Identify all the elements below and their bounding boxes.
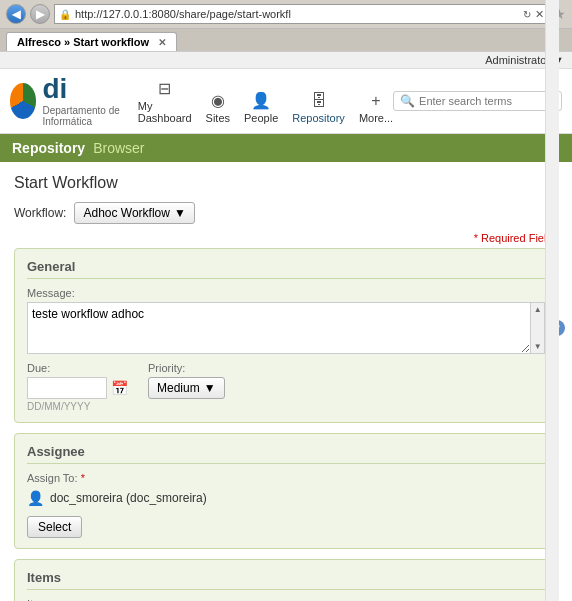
browser-header-text: Browser — [93, 140, 144, 156]
workflow-value: Adhoc Workflow — [83, 206, 169, 220]
repository-icon: 🗄 — [311, 92, 327, 110]
dept-name: Departamento de Informática — [42, 105, 137, 127]
workflow-select[interactable]: Adhoc Workflow ▼ — [74, 202, 194, 224]
section-header: Repository Browser — [0, 134, 572, 162]
repository-header-text: Repository — [12, 140, 85, 156]
active-tab[interactable]: Alfresco » Start workflow ✕ — [6, 32, 177, 51]
assignee-section: Assignee Assign To: * 👤 doc_smoreira (do… — [14, 433, 558, 549]
items-section: Items Items: 📄 Diagramas_Actividades.vsd… — [14, 559, 558, 601]
message-textarea[interactable]: teste workflow adhoc — [27, 302, 531, 354]
required-note: * Required Fields — [14, 232, 558, 244]
search-icon: 🔍 — [400, 94, 415, 108]
workflow-dropdown-icon: ▼ — [174, 206, 186, 220]
nav-item-more[interactable]: + More... — [359, 92, 393, 124]
repository-label: Repository — [292, 112, 345, 124]
sites-icon: ◉ — [211, 91, 225, 110]
stop-button[interactable]: ✕ — [535, 8, 544, 21]
nav-item-people[interactable]: 👤 People — [244, 91, 278, 124]
more-label: More... — [359, 112, 393, 124]
people-icon: 👤 — [251, 91, 271, 110]
due-date-input[interactable]: 25/7/2012 — [27, 377, 107, 399]
lock-icon: 🔒 — [59, 9, 71, 20]
logo-circle-icon — [10, 83, 36, 119]
textarea-scroll-down[interactable]: ▼ — [534, 342, 542, 351]
logo: di Departamento de Informática — [10, 75, 138, 127]
search-box[interactable]: 🔍 ▼ — [393, 91, 562, 111]
required-star: * — [81, 472, 85, 484]
page-title: Start Workflow — [14, 174, 558, 192]
priority-select[interactable]: Medium ▼ — [148, 377, 225, 399]
items-section-title: Items — [27, 570, 545, 590]
people-label: People — [244, 112, 278, 124]
calendar-icon[interactable]: 📅 — [111, 380, 128, 396]
more-icon: + — [371, 92, 380, 110]
nav-item-repository[interactable]: 🗄 Repository — [292, 92, 345, 124]
user-icon: 👤 — [27, 490, 44, 506]
assignee-row: 👤 doc_smoreira (doc_smoreira) — [27, 490, 545, 506]
message-label: Message: — [27, 287, 545, 299]
nav-item-sites[interactable]: ◉ Sites — [206, 91, 230, 124]
assignee-section-title: Assignee — [27, 444, 545, 464]
due-label: Due: — [27, 362, 128, 374]
dashboard-label: My Dashboard — [138, 100, 192, 124]
priority-value: Medium — [157, 381, 200, 395]
address-text: http://127.0.0.1:8080/share/page/start-w… — [75, 8, 519, 20]
select-button[interactable]: Select — [27, 516, 82, 538]
date-hint: DD/MM/YYYY — [27, 401, 128, 412]
general-section: General Message: teste workflow adhoc ▲ … — [14, 248, 558, 423]
priority-label: Priority: — [148, 362, 225, 374]
search-input[interactable] — [419, 95, 539, 107]
main-nav: ⊟ My Dashboard ◉ Sites 👤 People 🗄 Reposi… — [138, 79, 393, 124]
assign-to-label: Assign To: * — [27, 472, 545, 484]
tab-close-icon[interactable]: ✕ — [158, 37, 166, 48]
forward-button[interactable]: ▶ — [30, 4, 50, 24]
address-bar: 🔒 http://127.0.0.1:8080/share/page/start… — [54, 4, 549, 24]
refresh-button[interactable]: ↻ — [523, 9, 531, 20]
sites-label: Sites — [206, 112, 230, 124]
dashboard-icon: ⊟ — [158, 79, 171, 98]
general-section-title: General — [27, 259, 545, 279]
workflow-label: Workflow: — [14, 206, 66, 220]
assignee-name: doc_smoreira (doc_smoreira) — [50, 491, 207, 505]
logo-text: di — [42, 75, 137, 103]
back-button[interactable]: ◀ — [6, 4, 26, 24]
nav-item-dashboard[interactable]: ⊟ My Dashboard — [138, 79, 192, 124]
textarea-scroll-up[interactable]: ▲ — [534, 305, 542, 314]
priority-dropdown-icon: ▼ — [204, 381, 216, 395]
